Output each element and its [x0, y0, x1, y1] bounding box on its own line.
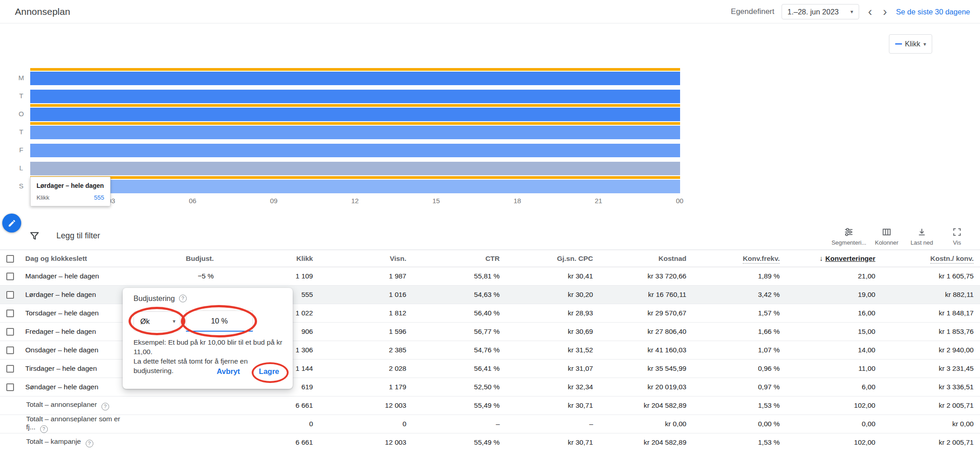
table-cell: 11,00 [786, 360, 882, 378]
page-title: Annonseplan [15, 6, 70, 17]
x-axis-tick: 09 [270, 197, 278, 205]
chart-day-row: M [30, 68, 680, 86]
table-cell: 1,57 % [693, 304, 786, 323]
table-cell: kr 204 582,89 [599, 433, 693, 451]
table-cell: 6 661 [220, 433, 319, 451]
table-cell: kr 35 545,99 [599, 360, 693, 378]
table-cell: 1 109 [220, 267, 319, 286]
edit-fab-button[interactable] [2, 214, 21, 232]
next-period-button[interactable]: › [881, 6, 889, 18]
table-cell: kr 2 005,71 [882, 396, 980, 415]
add-filter-button[interactable]: Legg til filter [29, 230, 100, 241]
chart-day-label: L [16, 164, 27, 172]
chart-orange-stripe [30, 122, 680, 125]
table-cell: 1 596 [319, 323, 413, 341]
tooltip-metric-label: Klikk [37, 194, 50, 201]
help-icon[interactable]: ? [101, 403, 109, 410]
table-cell: 1 016 [319, 286, 413, 304]
date-range-select[interactable]: 1.–28. jun 2023 ▾ [782, 4, 859, 19]
row-checkbox[interactable] [6, 291, 14, 299]
table-cell: kr 31,52 [506, 341, 599, 360]
save-button[interactable]: Lagre [257, 366, 281, 377]
table-cell: kr 30,71 [506, 433, 599, 451]
row-checkbox-cell [0, 341, 20, 360]
chart-orange-stripe [30, 140, 680, 143]
column-header-gj-sn-cpc[interactable]: Gj.sn. CPC [506, 250, 599, 267]
legend-metric-label: Klikk [905, 40, 920, 48]
table-cell: 102,00 [786, 433, 882, 451]
table-cell: 0 [220, 415, 319, 433]
column-header-ctr[interactable]: CTR [413, 250, 506, 267]
column-header-label: Budjust. [186, 255, 214, 262]
column-header-dag-og-klokkeslett[interactable]: Dag og klokkeslett [20, 250, 124, 267]
chart-day-row: F [30, 140, 680, 158]
previous-period-button[interactable]: ‹ [866, 6, 874, 18]
column-header-label: CTR [485, 255, 500, 262]
column-header-kostnad[interactable]: Kostnad [599, 250, 693, 267]
chart-bar[interactable] [30, 180, 680, 193]
column-header-visn[interactable]: Visn. [319, 250, 413, 267]
last-30-days-link[interactable]: Se de siste 30 dagene [896, 8, 970, 16]
row-checkbox[interactable] [6, 310, 14, 317]
column-header-konverteringer[interactable]: ↓Konverteringer [786, 250, 882, 267]
chart-bar[interactable] [30, 72, 680, 85]
toolbar-action-download[interactable]: Last ned [904, 227, 939, 246]
chart-bar[interactable] [30, 144, 680, 157]
table-cell: 2 028 [319, 360, 413, 378]
chart-day-row: T [30, 122, 680, 140]
tooltip-title: Lørdager – hele dagen [37, 182, 104, 189]
table-cell: 19,00 [786, 286, 882, 304]
column-header-label: Dag og klokkeslett [25, 255, 87, 262]
column-header-konv-frekv[interactable]: Konv.frekv. [693, 250, 786, 267]
date-range-type-label: Egendefinert [731, 7, 774, 16]
table-cell: 56,41 % [413, 360, 506, 378]
table-cell: – [506, 415, 599, 433]
chart-bar[interactable] [30, 108, 680, 121]
cancel-button[interactable]: Avbryt [215, 366, 242, 377]
x-axis-tick: 15 [432, 197, 440, 205]
row-checkbox[interactable] [6, 273, 14, 280]
bid-percent-input[interactable]: 10 % [186, 310, 253, 332]
bid-direction-select[interactable]: Øk ▾ [133, 311, 180, 331]
chevron-down-icon: ▾ [851, 9, 853, 15]
row-checkbox[interactable] [6, 328, 14, 336]
add-filter-label: Legg til filter [56, 231, 100, 241]
table-cell: kr 3 231,45 [882, 360, 980, 378]
chart-bar[interactable] [30, 162, 680, 175]
chart-bar[interactable] [30, 126, 680, 139]
table-cell [124, 396, 220, 415]
total-row-label: Totalt – kampanje [26, 437, 81, 445]
table-cell: 6 661 [220, 396, 319, 415]
help-icon[interactable]: ? [179, 295, 187, 302]
toolbar-actions: Segmenteri...KolonnerLast nedVis [829, 227, 975, 246]
chart-day-row: O [30, 104, 680, 122]
table-cell: kr 0,00 [599, 415, 693, 433]
table-cell: −5 % [124, 267, 220, 286]
table-cell: 1 179 [319, 378, 413, 396]
table-cell: 102,00 [786, 396, 882, 415]
total-label-cell: Totalt – annonseplaner? [0, 396, 124, 415]
toolbar-action-expand[interactable]: Vis [939, 227, 975, 246]
toolbar-action-segment[interactable]: Segmenteri... [829, 227, 869, 246]
chart-metric-select[interactable]: Klikk ▾ [889, 34, 932, 54]
chart-day-row: L [30, 158, 680, 176]
chart-bar[interactable] [30, 90, 680, 103]
x-axis-tick: 18 [514, 197, 521, 205]
row-checkbox[interactable] [6, 383, 14, 391]
help-icon[interactable]: ? [86, 440, 93, 447]
table-cell: 6,00 [786, 378, 882, 396]
row-name: Fredager – hele dagen [20, 323, 124, 341]
row-checkbox[interactable] [6, 346, 14, 354]
toolbar-action-label: Segmenteri... [832, 239, 866, 246]
column-header-klikk[interactable]: Klikk [220, 250, 319, 267]
select-all-checkbox[interactable] [6, 255, 14, 263]
help-icon[interactable]: ? [40, 425, 48, 433]
row-checkbox[interactable] [6, 365, 14, 373]
chart-orange-stripe [30, 158, 680, 161]
column-header-budjust[interactable]: Budjust. [124, 250, 220, 267]
chart-day-label: T [16, 128, 27, 136]
chart-day-label: T [16, 92, 27, 100]
table-cell: kr 0,00 [882, 415, 980, 433]
column-header-kostn-konv[interactable]: Kostn./ konv. [882, 250, 980, 267]
toolbar-action-columns[interactable]: Kolonner [869, 227, 904, 246]
